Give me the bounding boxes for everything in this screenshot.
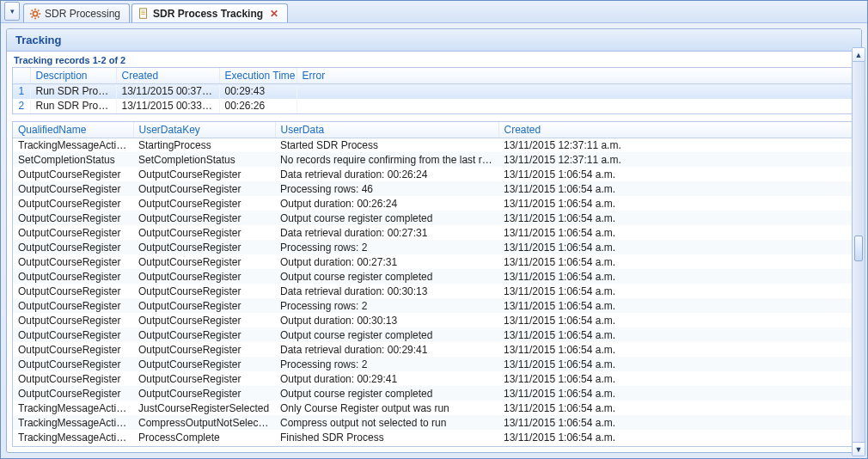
cell-qualifiedName: TrackingMessageActivity bbox=[13, 401, 133, 415]
cell-userDataKey: OutputCourseRegister bbox=[133, 357, 275, 371]
col-rownum[interactable] bbox=[13, 68, 30, 84]
col-description[interactable]: Description bbox=[30, 68, 116, 84]
cell-qualifiedName: SetCompletionStatus bbox=[13, 152, 133, 167]
table-row[interactable]: OutputCourseRegisterOutputCourseRegister… bbox=[13, 225, 855, 240]
cell-userData: Data retrieval duration: 00:26:24 bbox=[275, 167, 498, 181]
scroll-thumb[interactable] bbox=[854, 236, 863, 261]
cell-userDataKey: OutputCourseRegister bbox=[133, 211, 275, 225]
cell-userData: Data retrieval duration: 00:29:41 bbox=[275, 342, 498, 357]
table-row[interactable]: OutputCourseRegisterOutputCourseRegister… bbox=[13, 284, 855, 298]
cell-userData: Finished SDR Process bbox=[275, 430, 498, 444]
scroll-up-arrow-icon[interactable]: ▲ bbox=[853, 48, 865, 62]
records-summary: Tracking records 1-2 of 2 bbox=[7, 52, 861, 67]
svg-rect-11 bbox=[141, 12, 144, 13]
close-icon[interactable]: ✕ bbox=[270, 8, 278, 20]
cell-userData: Processing rows: 2 bbox=[275, 298, 498, 313]
table-row[interactable]: OutputCourseRegisterOutputCourseRegister… bbox=[13, 327, 855, 342]
cell-userDataKey: OutputCourseRegister bbox=[133, 284, 275, 298]
cell-created: 13/11/2015 1:06:54 a.m. bbox=[498, 269, 855, 284]
cell-created: 13/11/2015 1:06:54 a.m. bbox=[498, 415, 855, 430]
col-detail-created[interactable]: Created bbox=[498, 122, 855, 138]
cell-userDataKey: JustCourseRegisterSelected bbox=[133, 401, 275, 415]
tab-menu-button[interactable]: ▾ bbox=[4, 2, 20, 21]
cell-created: 13/11/2015 1:06:54 a.m. bbox=[498, 284, 855, 298]
table-row[interactable]: OutputCourseRegisterOutputCourseRegister… bbox=[13, 254, 855, 269]
table-row[interactable]: OutputCourseRegisterOutputCourseRegister… bbox=[13, 342, 855, 357]
table-row[interactable]: OutputCourseRegisterOutputCourseRegister… bbox=[13, 371, 855, 386]
table-row[interactable]: 2Run SDR Process13/11/2015 00:33:0500:26… bbox=[13, 99, 855, 113]
cell-userDataKey: OutputCourseRegister bbox=[133, 371, 275, 386]
cell-userData: Output course register completed bbox=[275, 386, 498, 401]
col-user-data-key[interactable]: UserDataKey bbox=[133, 122, 275, 138]
col-qualified-name[interactable]: QualifiedName bbox=[13, 122, 133, 138]
col-user-data[interactable]: UserData bbox=[275, 122, 498, 138]
cell-created: 13/11/2015 1:06:54 a.m. bbox=[498, 313, 855, 327]
table-row[interactable]: OutputCourseRegisterOutputCourseRegister… bbox=[13, 211, 855, 225]
scroll-down-arrow-icon[interactable]: ▼ bbox=[853, 442, 865, 456]
cell-userData: Compress output not selected to run bbox=[275, 415, 498, 430]
cell-qualifiedName: OutputCourseRegister bbox=[13, 196, 133, 211]
table-row[interactable]: OutputCourseRegisterOutputCourseRegister… bbox=[13, 313, 855, 327]
col-error[interactable]: Error bbox=[296, 68, 855, 84]
table-row[interactable]: 1Run SDR Process13/11/2015 00:37:1100:29… bbox=[13, 84, 855, 99]
cell-created: 13/11/2015 1:06:54 a.m. bbox=[498, 298, 855, 313]
cell-userDataKey: OutputCourseRegister bbox=[133, 167, 275, 181]
table-row[interactable]: OutputCourseRegisterOutputCourseRegister… bbox=[13, 181, 855, 196]
svg-rect-10 bbox=[141, 10, 144, 11]
tab-sdr-process-tracking[interactable]: SDR Process Tracking✕ bbox=[131, 3, 288, 22]
svg-line-6 bbox=[38, 16, 39, 17]
cell-created: 13/11/2015 1:06:54 a.m. bbox=[498, 371, 855, 386]
table-row[interactable]: OutputCourseRegisterOutputCourseRegister… bbox=[13, 167, 855, 181]
table-row[interactable]: OutputCourseRegisterOutputCourseRegister… bbox=[13, 357, 855, 371]
col-exec-time[interactable]: Execution Time bbox=[219, 68, 296, 84]
cell-qualifiedName: TrackingMessageActivity bbox=[13, 415, 133, 430]
table-row[interactable]: OutputCourseRegisterOutputCourseRegister… bbox=[13, 196, 855, 211]
cell-qualifiedName: OutputCourseRegister bbox=[13, 357, 133, 371]
records-table[interactable]: Description Created Execution Time Error… bbox=[12, 67, 856, 114]
cell-qualifiedName: OutputCourseRegister bbox=[13, 269, 133, 284]
cell-qualifiedName: OutputCourseRegister bbox=[13, 181, 133, 196]
cell-description: Run SDR Process bbox=[30, 99, 116, 113]
svg-point-0 bbox=[33, 11, 37, 15]
cell-userDataKey: OutputCourseRegister bbox=[133, 254, 275, 269]
cell-userData: Output course register completed bbox=[275, 327, 498, 342]
cell-userData: Output duration: 00:29:41 bbox=[275, 371, 498, 386]
cell-userData: Output course register completed bbox=[275, 269, 498, 284]
table-row[interactable]: OutputCourseRegisterOutputCourseRegister… bbox=[13, 240, 855, 254]
col-created[interactable]: Created bbox=[116, 68, 219, 84]
cell-created: 13/11/2015 1:06:54 a.m. bbox=[498, 225, 855, 240]
cell-userData: Only Course Register output was run bbox=[275, 401, 498, 415]
cell-userDataKey: StartingProcess bbox=[133, 138, 275, 152]
cell-error bbox=[296, 84, 855, 99]
content-area: Tracking Tracking records 1-2 of 2 Descr… bbox=[1, 23, 867, 458]
cell-qualifiedName: OutputCourseRegister bbox=[13, 298, 133, 313]
table-row[interactable]: TrackingMessageActivityProcessCompleteFi… bbox=[13, 430, 855, 444]
table-row[interactable]: TrackingMessageActivityCompressOutputNot… bbox=[13, 415, 855, 430]
cell-userDataKey: OutputCourseRegister bbox=[133, 269, 275, 284]
table-row[interactable]: SetCompletionStatusSetCompletionStatusNo… bbox=[13, 152, 855, 167]
cell-userDataKey: OutputCourseRegister bbox=[133, 386, 275, 401]
cell-userDataKey: SetCompletionStatus bbox=[133, 152, 275, 167]
table-row[interactable]: TrackingMessageActivityJustCourseRegiste… bbox=[13, 401, 855, 415]
cell-userData: Output duration: 00:30:13 bbox=[275, 313, 498, 327]
table-row[interactable]: OutputCourseRegisterOutputCourseRegister… bbox=[13, 386, 855, 401]
cell-created: 13/11/2015 00:33:05 bbox=[116, 99, 219, 113]
tab-sdr-processing[interactable]: SDR Processing bbox=[23, 3, 130, 22]
tracking-panel: Tracking Tracking records 1-2 of 2 Descr… bbox=[6, 28, 862, 453]
cell-userDataKey: OutputCourseRegister bbox=[133, 181, 275, 196]
tab-bar: ▾ SDR ProcessingSDR Process Tracking✕ bbox=[1, 1, 867, 23]
gear-icon bbox=[29, 8, 41, 20]
vertical-scrollbar[interactable]: ▲ ▼ bbox=[852, 47, 865, 456]
table-row[interactable]: OutputCourseRegisterOutputCourseRegister… bbox=[13, 298, 855, 313]
cell-userData: Started SDR Process bbox=[275, 138, 498, 152]
table-row[interactable]: OutputCourseRegisterOutputCourseRegister… bbox=[13, 269, 855, 284]
detail-table[interactable]: QualifiedName UserDataKey UserData Creat… bbox=[12, 121, 856, 448]
tab-label: SDR Processing bbox=[45, 8, 120, 20]
cell-qualifiedName: TrackingMessageActivity bbox=[13, 138, 133, 152]
cell-created: 13/11/2015 1:06:54 a.m. bbox=[498, 167, 855, 181]
svg-line-5 bbox=[32, 9, 33, 10]
cell-qualifiedName: OutputCourseRegister bbox=[13, 313, 133, 327]
cell-qualifiedName: OutputCourseRegister bbox=[13, 284, 133, 298]
cell-created: 13/11/2015 1:06:54 a.m. bbox=[498, 181, 855, 196]
table-row[interactable]: TrackingMessageActivityStartingProcessSt… bbox=[13, 138, 855, 152]
